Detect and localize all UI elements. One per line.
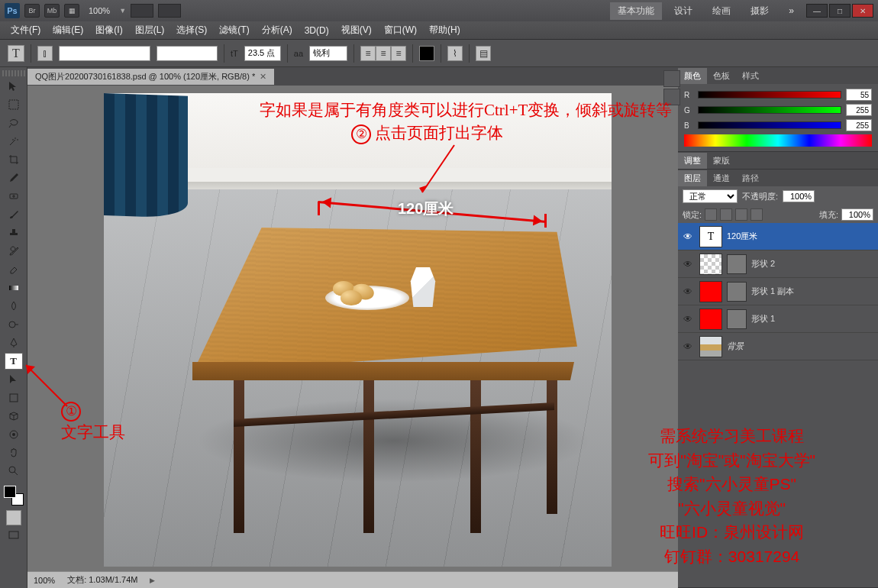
window-minimize-button[interactable]: — [806,4,828,18]
align-center-button[interactable]: ≡ [376,46,391,61]
blend-mode-select[interactable]: 正常 [683,189,738,203]
toolbox-grip[interactable] [2,70,25,76]
visibility-toggle[interactable]: 👁 [681,257,695,271]
text-orientation-button[interactable]: ⫿ [37,46,53,61]
lock-position-button[interactable] [735,208,747,221]
blur-tool[interactable] [5,298,23,315]
blue-value[interactable]: 255 [846,119,872,131]
visibility-toggle[interactable]: 👁 [681,285,695,299]
layer-row[interactable]: 👁 T 120厘米 [678,223,878,250]
layers-tab[interactable]: 图层 [678,170,707,186]
menu-filter[interactable]: 滤镜(T) [215,22,253,38]
menu-edit[interactable]: 编辑(E) [48,22,88,38]
3d-tool[interactable] [5,408,23,425]
vector-mask-thumb[interactable] [727,309,747,329]
eyedropper-tool[interactable] [5,170,23,186]
workspace-photo-tab[interactable]: 摄影 [743,2,776,20]
lock-transparency-button[interactable] [705,208,717,221]
crop-tool[interactable] [5,151,23,168]
green-slider[interactable] [698,106,841,114]
minibridge-button[interactable]: Mb [44,4,60,18]
layer-name[interactable]: 背景 [727,341,744,352]
type-tool[interactable]: T [5,353,23,370]
gradient-tool[interactable] [5,279,23,296]
menu-layer[interactable]: 图层(L) [131,22,169,38]
font-size-input[interactable]: 23.5 点 [244,46,281,61]
history-brush-tool[interactable] [5,243,23,260]
menu-view[interactable]: 视图(V) [337,22,376,38]
vector-mask-thumb[interactable] [727,282,747,302]
window-maximize-button[interactable]: □ [829,4,851,18]
bridge-button[interactable]: Br [24,4,40,18]
layer-row[interactable]: 👁 形状 1 [678,305,878,333]
screenmode-button[interactable] [5,527,23,544]
status-zoom[interactable]: 100% [34,576,55,585]
masks-tab[interactable]: 蒙版 [707,153,736,169]
layer-name[interactable]: 形状 1 [751,313,775,325]
eraser-tool[interactable] [5,261,23,278]
align-right-button[interactable]: ≡ [391,46,406,61]
menu-help[interactable]: 帮助(H) [424,22,465,38]
lock-pixels-button[interactable] [720,208,732,221]
menu-image[interactable]: 图像(I) [91,22,127,38]
align-left-button[interactable]: ≡ [360,46,376,61]
adjustments-tab[interactable]: 调整 [678,153,707,169]
pen-tool[interactable] [5,334,23,351]
path-select-tool[interactable] [5,371,23,388]
menu-3d[interactable]: 3D(D) [300,24,334,37]
menu-analysis[interactable]: 分析(A) [257,22,297,38]
menu-file[interactable]: 文件(F) [6,22,45,38]
hand-tool[interactable] [5,444,23,461]
shape-tool[interactable] [5,389,23,406]
lock-all-button[interactable] [750,208,763,221]
wand-tool[interactable] [5,133,23,150]
font-family-select[interactable] [59,46,150,61]
stamp-tool[interactable] [5,225,23,241]
color-spectrum[interactable] [684,134,872,147]
move-tool[interactable] [5,78,23,95]
font-style-select[interactable] [157,46,218,61]
red-value[interactable]: 55 [846,89,872,101]
menu-select[interactable]: 选择(S) [172,22,211,38]
layer-name[interactable]: 120厘米 [727,231,757,242]
collapsed-panel-icon[interactable] [663,70,680,87]
layer-name[interactable]: 形状 2 [751,258,775,270]
quickmask-button[interactable] [6,510,21,525]
paths-tab[interactable]: 路径 [736,170,765,186]
swatches-tab[interactable]: 色板 [707,68,736,84]
workspace-paint-tab[interactable]: 绘画 [705,2,738,20]
arrange-docs-button[interactable] [131,4,153,18]
zoom-tool[interactable] [5,463,23,480]
layer-row[interactable]: 👁 形状 2 [678,250,878,278]
opacity-input[interactable]: 100% [783,190,815,202]
layer-row[interactable]: 👁 背景 [678,333,878,360]
text-color-swatch[interactable] [419,46,434,61]
lasso-tool[interactable] [5,115,23,131]
green-value[interactable]: 255 [846,104,872,116]
view-extras-button[interactable]: ▦ [64,4,79,18]
current-tool-indicator[interactable]: T [8,45,24,62]
menu-window[interactable]: 窗口(W) [379,22,421,38]
character-panel-button[interactable]: ▤ [476,46,491,61]
zoom-level-display[interactable]: 100% [89,6,110,15]
warp-text-button[interactable]: ⌇ [447,46,463,61]
camera-tool[interactable] [5,426,23,443]
channels-tab[interactable]: 通道 [707,170,736,186]
window-close-button[interactable]: ✕ [852,4,873,18]
vector-mask-thumb[interactable] [727,254,747,274]
foreground-background-swatch[interactable] [4,486,24,506]
collapsed-panel-icon[interactable] [663,89,680,105]
heal-tool[interactable] [5,188,23,205]
workspace-more-button[interactable]: » [781,3,802,18]
close-tab-icon[interactable]: ✕ [260,72,266,82]
canvas-viewport[interactable]: 120厘米 [27,86,678,571]
antialias-select[interactable]: 锐利 [309,46,347,61]
status-docsize[interactable]: 文档: 1.03M/1.74M [67,574,137,586]
visibility-toggle[interactable]: 👁 [681,312,695,326]
workspace-design-tab[interactable]: 设计 [667,2,700,20]
dodge-tool[interactable] [5,316,23,333]
canvas[interactable]: 120厘米 [104,93,612,567]
marquee-tool[interactable] [5,96,23,113]
color-tab[interactable]: 颜色 [678,68,707,84]
workspace-essentials-tab[interactable]: 基本功能 [610,2,662,20]
